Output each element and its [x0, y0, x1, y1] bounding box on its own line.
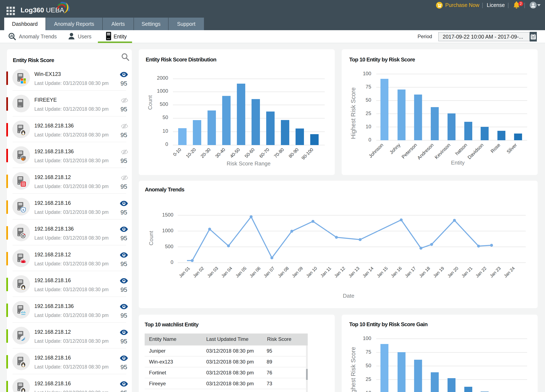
svg-text:10: 10 [365, 390, 371, 392]
svg-text:Andreson: Andreson [416, 142, 435, 161]
svg-text:90-100: 90-100 [300, 147, 314, 161]
svg-text:50: 50 [365, 363, 371, 368]
svg-text:Jan 16: Jan 16 [390, 266, 403, 279]
svg-text:Jan 19: Jan 19 [432, 266, 445, 279]
svg-text:500: 500 [165, 243, 173, 249]
svg-text:80-90: 80-90 [288, 147, 300, 159]
svg-text:Rose: Rose [489, 142, 501, 154]
svg-text:Peterson: Peterson [401, 142, 418, 160]
svg-text:Jan 10: Jan 10 [305, 266, 318, 279]
svg-text:hatson: hatson [454, 142, 468, 156]
svg-text:Date: Date [343, 293, 354, 299]
svg-text:Jan 22: Jan 22 [475, 266, 487, 279]
svg-text:Jan 02: Jan 02 [192, 266, 205, 279]
svg-text:Davidson: Davidson [466, 142, 484, 160]
svg-text:Highest Risk Score: Highest Risk Score [350, 87, 357, 139]
svg-text:Jan 05: Jan 05 [235, 266, 247, 279]
svg-text:0: 0 [165, 141, 168, 147]
svg-text:20-30: 20-30 [199, 147, 211, 159]
svg-text:Jan 06: Jan 06 [249, 266, 261, 279]
svg-text:Jan 14: Jan 14 [362, 266, 374, 278]
svg-text:Jan 09: Jan 09 [291, 266, 304, 279]
svg-text:0-10: 0-10 [172, 147, 182, 157]
svg-text:Jan 01: Jan 01 [178, 266, 191, 279]
svg-text:75: 75 [365, 84, 371, 89]
svg-text:Jan 23: Jan 23 [489, 266, 502, 279]
svg-text:100: 100 [363, 71, 371, 76]
svg-text:Count: Count [148, 231, 154, 245]
svg-text:70-80: 70-80 [273, 147, 285, 159]
svg-text:Jan 03: Jan 03 [206, 266, 219, 279]
svg-text:Highest Risk Score: Highest Risk Score [350, 347, 357, 392]
svg-text:Johny: Johny [388, 142, 401, 155]
svg-text:Jan 07: Jan 07 [263, 266, 275, 279]
svg-text:Count: Count [147, 95, 153, 110]
svg-text:Risk Score Range: Risk Score Range [227, 160, 271, 167]
svg-text:Sliver: Sliver [506, 142, 518, 155]
svg-text:100: 100 [363, 336, 371, 341]
svg-text:40-50: 40-50 [229, 147, 241, 159]
svg-text:60-70: 60-70 [258, 147, 270, 159]
svg-text:10: 10 [365, 124, 371, 129]
svg-text:Jan 08: Jan 08 [277, 266, 290, 279]
svg-text:25: 25 [365, 111, 371, 116]
svg-text:25: 25 [365, 376, 371, 382]
svg-text:Jan 17: Jan 17 [404, 266, 417, 279]
svg-text:Jan 15: Jan 15 [376, 266, 389, 279]
svg-text:75: 75 [365, 349, 371, 355]
svg-text:0: 0 [171, 259, 173, 265]
svg-text:50: 50 [162, 114, 168, 120]
svg-text:30-40: 30-40 [214, 147, 226, 159]
svg-text:10: 10 [162, 128, 168, 134]
svg-text:Jan 24: Jan 24 [503, 266, 516, 278]
svg-text:1000: 1000 [162, 228, 173, 233]
svg-text:Jan 20: Jan 20 [446, 266, 459, 279]
svg-text:Jan 12: Jan 12 [333, 266, 346, 279]
svg-text:Jan 04: Jan 04 [220, 266, 233, 278]
svg-text:Jan 13: Jan 13 [347, 266, 360, 279]
svg-text:Jan 11: Jan 11 [319, 266, 332, 278]
svg-text:10-20: 10-20 [185, 147, 197, 159]
svg-text:Jan 18: Jan 18 [418, 266, 431, 279]
svg-text:1500: 1500 [162, 212, 173, 218]
svg-text:Entity: Entity [451, 160, 464, 166]
svg-text:2000: 2000 [157, 75, 168, 81]
svg-text:0: 0 [369, 137, 371, 143]
svg-text:Kevinson: Kevinson [434, 142, 451, 160]
svg-text:500: 500 [160, 101, 168, 107]
svg-text:Johnson: Johnson [368, 142, 384, 159]
svg-text:1000: 1000 [157, 88, 168, 94]
svg-text:Jan 21: Jan 21 [460, 266, 473, 279]
svg-text:50-60: 50-60 [244, 147, 255, 159]
svg-text:50: 50 [365, 97, 371, 103]
